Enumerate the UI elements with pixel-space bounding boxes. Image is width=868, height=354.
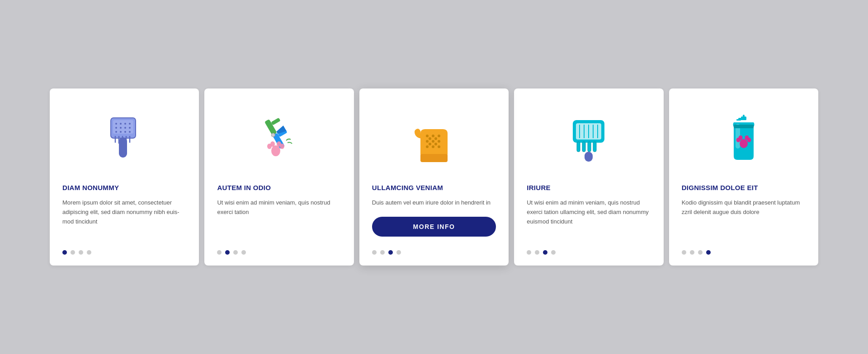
dot-5-2: [690, 250, 694, 255]
card-5-icon: [682, 102, 806, 174]
card-2-text: Ut wisi enim ad minim veniam, quis nostr…: [217, 198, 341, 237]
dot-4-1: [527, 250, 531, 255]
svg-point-44: [434, 143, 437, 145]
more-info-button[interactable]: MORE INFO: [372, 217, 496, 237]
svg-point-42: [434, 137, 437, 140]
svg-point-62: [740, 139, 748, 148]
svg-point-11: [129, 123, 131, 125]
svg-rect-49: [593, 142, 596, 152]
dot-5-1: [682, 250, 686, 255]
svg-point-15: [129, 127, 131, 129]
svg-point-37: [438, 140, 440, 143]
svg-rect-46: [577, 142, 580, 152]
svg-point-41: [429, 137, 431, 140]
svg-point-26: [271, 145, 280, 156]
svg-rect-21: [271, 117, 280, 125]
cards-container: DIAM NONUMMY Morem ipsum dolor sit amet,…: [50, 88, 818, 266]
dot-1-3: [79, 250, 83, 255]
svg-rect-6: [119, 137, 127, 158]
svg-point-16: [115, 131, 117, 133]
card-5-title: DIGNISSIM DOLOE EIT: [682, 183, 758, 192]
svg-point-43: [429, 143, 431, 145]
dot-4-4: [551, 250, 556, 255]
svg-point-10: [124, 123, 126, 125]
card-3-icon: [372, 102, 496, 174]
card-4-dots: [527, 246, 556, 255]
svg-point-38: [426, 145, 429, 148]
svg-point-12: [115, 127, 117, 129]
svg-point-14: [124, 127, 126, 129]
svg-point-29: [270, 141, 275, 147]
svg-point-40: [438, 145, 440, 148]
dot-1-2: [71, 250, 75, 255]
card-3: ULLAMCING VENIAM Duis autem vel eum iriu…: [359, 88, 509, 266]
card-2: AUTEM IN ODIO Ut wisi enim ad minim veni…: [204, 88, 354, 266]
svg-point-32: [426, 135, 429, 137]
svg-rect-56: [585, 152, 593, 162]
svg-rect-60: [736, 119, 741, 121]
clippers-icon: [252, 111, 307, 165]
dot-5-4: [706, 250, 711, 255]
dot-3-4: [396, 250, 401, 255]
svg-point-34: [438, 135, 440, 137]
svg-point-8: [115, 123, 117, 125]
dot-1-1: [62, 250, 67, 255]
card-1-icon: [62, 102, 186, 174]
dot-4-3: [543, 250, 547, 255]
card-1: DIAM NONUMMY Morem ipsum dolor sit amet,…: [50, 88, 199, 266]
svg-rect-48: [588, 142, 591, 152]
card-3-title: ULLAMCING VENIAM: [372, 183, 443, 192]
dot-2-1: [217, 250, 222, 255]
card-2-dots: [217, 246, 246, 255]
dot-3-2: [380, 250, 385, 255]
dot-5-3: [698, 250, 703, 255]
shampoo-icon: [717, 111, 771, 165]
dot-3-1: [372, 250, 377, 255]
svg-point-33: [432, 135, 434, 137]
dot-2-4: [241, 250, 246, 255]
svg-point-30: [277, 141, 281, 147]
svg-rect-67: [734, 125, 754, 128]
svg-point-35: [426, 140, 429, 143]
card-3-text: Duis autem vel eum iriure dolor in hendr…: [372, 198, 491, 208]
card-2-title: AUTEM IN ODIO: [217, 183, 271, 192]
svg-point-39: [432, 145, 434, 148]
card-2-icon: [217, 102, 341, 174]
card-4: IRIURE Ut wisi enim ad minim veniam, qui…: [514, 88, 663, 266]
dot-2-3: [233, 250, 238, 255]
dot-4-2: [535, 250, 539, 255]
svg-point-19: [129, 131, 131, 133]
card-1-text: Morem ipsum dolor sit amet, consectetuer…: [62, 198, 186, 237]
card-5: DIGNISSIM DOLOE EIT Kodio dignissim qui …: [669, 88, 818, 266]
svg-point-9: [120, 123, 122, 125]
svg-rect-47: [582, 142, 585, 152]
card-5-dots: [682, 246, 711, 255]
dot-1-4: [87, 250, 91, 255]
card-1-dots: [62, 246, 91, 255]
svg-point-13: [120, 127, 122, 129]
svg-point-18: [124, 131, 126, 133]
dot-3-3: [388, 250, 393, 255]
svg-rect-58: [743, 115, 745, 117]
svg-point-65: [738, 135, 742, 140]
card-3-dots: [372, 246, 401, 255]
card-4-icon: [527, 102, 651, 174]
card-4-text: Ut wisi enim ad minim veniam, quis nostr…: [527, 198, 651, 237]
comb-icon: [561, 111, 616, 165]
svg-point-17: [120, 131, 122, 133]
dot-2-2: [225, 250, 230, 255]
glove-icon: [407, 111, 461, 165]
card-1-title: DIAM NONUMMY: [62, 183, 119, 192]
svg-point-36: [432, 140, 434, 143]
svg-point-66: [745, 135, 749, 140]
card-4-title: IRIURE: [527, 183, 551, 192]
brush-icon: [97, 111, 151, 165]
svg-rect-31: [420, 154, 448, 162]
card-5-text: Kodio dignissim qui blandit praesent lup…: [682, 198, 806, 237]
